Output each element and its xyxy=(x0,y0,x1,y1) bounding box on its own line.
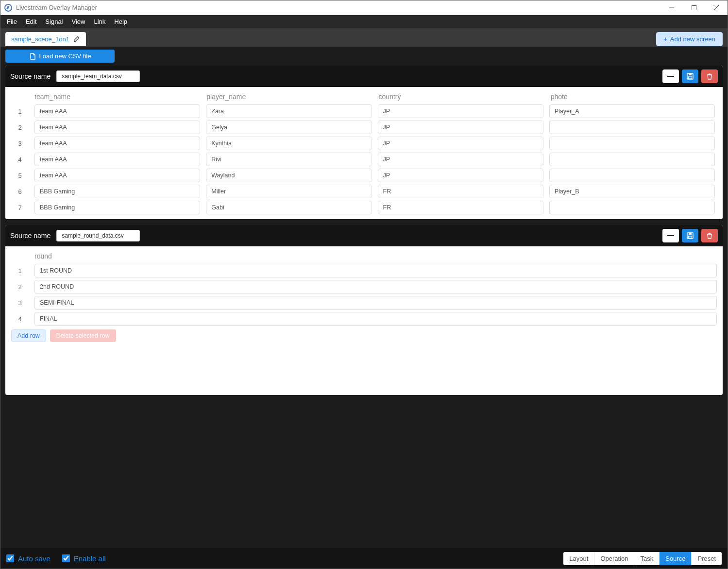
cell-round[interactable] xyxy=(34,280,717,293)
cell-round[interactable] xyxy=(34,312,717,326)
table-row[interactable]: 3 xyxy=(8,137,718,150)
window-minimize-button[interactable] xyxy=(660,0,683,15)
table-row[interactable]: 1 xyxy=(8,264,720,277)
row-number: 6 xyxy=(8,188,32,195)
titlebar: Livestream Overlay Manager xyxy=(0,0,728,15)
enable-all-toggle[interactable]: Enable all xyxy=(62,554,106,563)
table-row[interactable]: 4 xyxy=(8,153,718,166)
collapse-panel-button[interactable] xyxy=(662,69,679,83)
row-number: 2 xyxy=(8,283,32,291)
panels: Source name team_name xyxy=(0,66,728,400)
cell-team_name[interactable] xyxy=(34,153,200,166)
cell-team_name[interactable] xyxy=(34,169,200,182)
table-row[interactable]: 2 xyxy=(8,121,718,134)
auto-save-checkbox[interactable] xyxy=(6,554,14,562)
mode-tab-task[interactable]: Task xyxy=(634,552,660,565)
enable-all-checkbox[interactable] xyxy=(62,554,70,562)
table-row[interactable]: 7 xyxy=(8,201,718,214)
row-number: 4 xyxy=(8,156,32,163)
menu-link[interactable]: Link xyxy=(89,16,110,27)
delete-selected-row-button[interactable]: Delete selected row xyxy=(50,329,116,342)
mode-tab-layout[interactable]: Layout xyxy=(563,552,594,565)
menu-edit[interactable]: Edit xyxy=(21,16,41,27)
collapse-panel-button[interactable] xyxy=(662,229,679,242)
cell-player_name[interactable] xyxy=(206,104,372,118)
workspace: Load new CSV file Source name xyxy=(0,47,728,548)
cell-country[interactable] xyxy=(378,137,543,150)
table-row[interactable]: 1 xyxy=(8,104,718,118)
cell-player_name[interactable] xyxy=(206,185,372,198)
cell-country[interactable] xyxy=(378,201,543,214)
cell-photo[interactable] xyxy=(549,137,715,150)
table-headers-round: round xyxy=(8,249,720,264)
auto-save-toggle[interactable]: Auto save xyxy=(6,554,51,563)
table-headers-team: team_name player_name country photo xyxy=(8,90,720,104)
table-scroll-team[interactable]: 1234567 xyxy=(8,104,720,214)
source-name-input-round[interactable] xyxy=(56,230,140,241)
cell-player_name[interactable] xyxy=(206,169,372,182)
enable-all-label: Enable all xyxy=(74,554,106,563)
auto-save-label: Auto save xyxy=(18,554,51,563)
cell-country[interactable] xyxy=(378,153,543,166)
delete-source-button[interactable] xyxy=(701,229,718,242)
col-header-team_name: team_name xyxy=(32,93,203,101)
svg-rect-4 xyxy=(667,76,674,77)
window-close-button[interactable] xyxy=(705,0,728,15)
scene-tabbar: sample_scene_1on1 + Add new screen xyxy=(0,28,728,47)
delete-source-button[interactable] xyxy=(701,69,718,83)
cell-country[interactable] xyxy=(378,121,543,134)
svg-rect-1 xyxy=(692,5,696,10)
cell-team_name[interactable] xyxy=(34,201,200,214)
load-csv-button[interactable]: Load new CSV file xyxy=(5,50,115,63)
add-row-button[interactable]: Add row xyxy=(11,329,46,342)
trash-icon xyxy=(706,73,713,80)
pencil-icon xyxy=(73,35,80,42)
mode-tab-source[interactable]: Source xyxy=(660,552,692,565)
cell-photo[interactable] xyxy=(549,121,715,134)
edit-scene-icon[interactable] xyxy=(73,35,80,42)
mode-tab-operation[interactable]: Operation xyxy=(594,552,634,565)
minimize-icon xyxy=(669,5,675,11)
cell-country[interactable] xyxy=(378,104,543,118)
save-source-button[interactable] xyxy=(682,229,698,242)
scene-tab[interactable]: sample_scene_1on1 xyxy=(5,32,86,46)
row-actions-round: Add row Delete selected row xyxy=(8,326,720,346)
table-row[interactable]: 6 xyxy=(8,185,718,198)
cell-team_name[interactable] xyxy=(34,137,200,150)
cell-country[interactable] xyxy=(378,185,543,198)
cell-player_name[interactable] xyxy=(206,121,372,134)
table-row[interactable]: 5 xyxy=(8,169,718,182)
menu-view[interactable]: View xyxy=(68,16,90,27)
table-row[interactable]: 4 xyxy=(8,312,720,326)
cell-photo[interactable] xyxy=(549,185,715,198)
cell-player_name[interactable] xyxy=(206,137,372,150)
mode-tab-preset[interactable]: Preset xyxy=(692,552,722,565)
cell-round[interactable] xyxy=(34,296,717,310)
save-source-button[interactable] xyxy=(682,69,698,83)
svg-rect-7 xyxy=(689,77,692,79)
add-new-screen-button[interactable]: + Add new screen xyxy=(656,32,723,46)
table-area-round: round 1234 Add row Delete selected row xyxy=(5,246,723,351)
cell-photo[interactable] xyxy=(549,153,715,166)
cell-team_name[interactable] xyxy=(34,185,200,198)
menu-file[interactable]: File xyxy=(2,16,21,27)
table-row[interactable]: 2 xyxy=(8,280,720,293)
cell-round[interactable] xyxy=(34,264,717,277)
svg-rect-11 xyxy=(689,236,692,238)
table-row[interactable]: 3 xyxy=(8,296,720,310)
cell-player_name[interactable] xyxy=(206,153,372,166)
window-maximize-button[interactable] xyxy=(683,0,705,15)
cell-team_name[interactable] xyxy=(34,121,200,134)
cell-photo[interactable] xyxy=(549,169,715,182)
menubar: File Edit Signal View Link Help xyxy=(0,15,728,28)
cell-player_name[interactable] xyxy=(206,201,372,214)
window-controls xyxy=(660,0,728,15)
row-number: 4 xyxy=(8,315,32,323)
cell-photo[interactable] xyxy=(549,201,715,214)
source-name-input-team[interactable] xyxy=(56,70,140,82)
cell-team_name[interactable] xyxy=(34,104,200,118)
cell-country[interactable] xyxy=(378,169,543,182)
cell-photo[interactable] xyxy=(549,104,715,118)
menu-help[interactable]: Help xyxy=(110,16,132,27)
menu-signal[interactable]: Signal xyxy=(41,16,67,27)
